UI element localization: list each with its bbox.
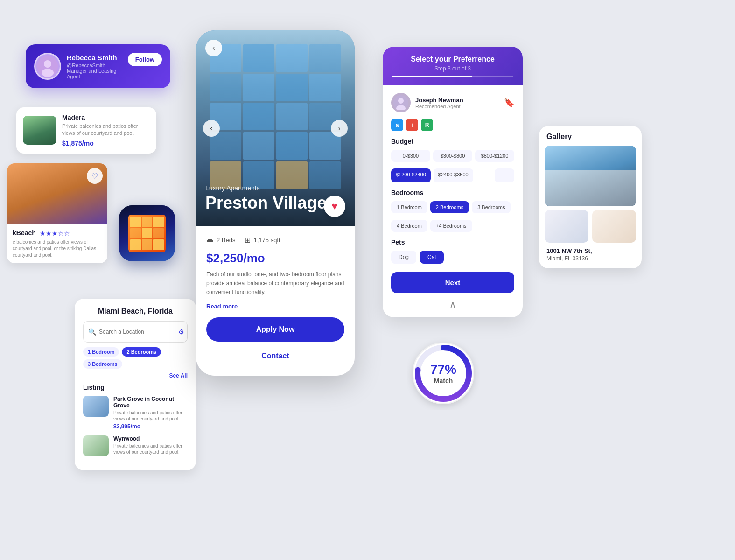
bed-icon: 🛏 (206, 236, 214, 245)
listing-image-2 (83, 435, 109, 456)
pet-dog[interactable]: Dog (391, 251, 416, 264)
madera-image (23, 116, 56, 145)
follow-button[interactable]: Follow (128, 53, 162, 66)
gallery-address: 1001 NW 7th St, (539, 243, 642, 254)
madera-text: Madera Private balconies and patios offe… (62, 114, 150, 147)
bedroom-option-2[interactable]: 2 Bedrooms (430, 201, 469, 213)
heart-button[interactable]: ♡ (87, 168, 103, 184)
listing-desc-2: Private balconies and patios offer views… (113, 443, 188, 455)
gallery-sub-images (539, 210, 642, 243)
listing-name-1: Park Grove in Coconut Grove (113, 396, 188, 409)
platform-i-icon: i (406, 119, 418, 131)
gallery-panel: Gallery 1001 NW 7th St, Miami, FL 33136 (539, 126, 642, 268)
agent-name: Rebecca Smith (67, 54, 122, 62)
miami-title: Miami Beach, Florida (83, 307, 188, 315)
gallery-city: Miami, FL 33136 (539, 255, 642, 262)
preference-header: Select your Preferrence Step 3 out of 3 (383, 47, 523, 85)
gallery-sub-image-1 (545, 210, 588, 243)
miami-search-bar[interactable]: 🔍 ⚙ (83, 321, 188, 343)
budget-grid: 0-$300 $300-$800 $800-$1200 (391, 150, 514, 162)
budget-option-4[interactable]: $1200-$2400 (391, 168, 431, 182)
search-input[interactable] (99, 329, 169, 335)
back-button[interactable]: ‹ (205, 40, 222, 56)
preference-step: Step 3 out of 3 (392, 65, 513, 72)
property-description: Each of our studio, one-, and two- bedro… (206, 270, 344, 297)
sqft-label: 1,175 sqft (253, 237, 280, 244)
beds-label: 2 Beds (217, 237, 235, 244)
miami-panel: Miami Beach, Florida 🔍 ⚙ 1 Bedroom 2 Bed… (75, 299, 196, 470)
budget-option-5[interactable]: $2400-$3500 (434, 168, 473, 182)
gallery-sub-image-2 (592, 210, 636, 243)
next-button[interactable]: › (331, 120, 348, 137)
main-phone: ‹ ‹ › Luxury Apartments Preston Village … (196, 30, 355, 376)
budget-option-2[interactable]: $300-$800 (433, 150, 472, 162)
preference-body: Joseph Newman Recomended Agent 🔖 a i R B… (383, 85, 523, 317)
budget-option-3[interactable]: $800-$1200 (475, 150, 514, 162)
preference-title: Select your Preferrence (392, 55, 513, 63)
phone-heart-button[interactable]: ♥ (324, 196, 345, 217)
read-more-link[interactable]: Read more (206, 303, 344, 310)
listing-info-1: Park Grove in Coconut Grove Private balc… (113, 396, 188, 430)
bedroom-options: 1 Bedroom 2 Bedrooms 3 Bedrooms (391, 201, 514, 213)
pets-options: Dog Cat (391, 251, 514, 264)
property-image: ♡ (7, 163, 107, 224)
property-description: e balconies and patios offer views of co… (13, 239, 102, 259)
agent-handle: @RebeccaSmith (67, 63, 122, 68)
monthly-price: $2,250/mo (206, 251, 344, 266)
bedroom-option-1[interactable]: 1 Bedroom (391, 201, 427, 213)
svg-point-1 (44, 60, 51, 68)
preference-panel: Select your Preferrence Step 3 out of 3 … (383, 47, 523, 317)
bookmark-icon[interactable]: 🔖 (504, 98, 514, 108)
listing-item-2[interactable]: Wynwood Private balconies and patios off… (83, 435, 188, 456)
spec-row: 🛏 2 Beds ⊞ 1,175 sqft (206, 236, 344, 245)
see-all-link[interactable]: See All (83, 372, 188, 379)
app-icon[interactable] (119, 205, 175, 261)
agent-row-name: Joseph Newman (415, 97, 463, 104)
pet-cat[interactable]: Cat (420, 251, 444, 264)
filter-icon[interactable]: ⚙ (178, 328, 184, 336)
budget-option-1[interactable]: 0-$300 (391, 150, 430, 162)
contact-button[interactable]: Contact (206, 348, 344, 364)
filter-3bedrooms[interactable]: 3 Bedrooms (83, 359, 122, 369)
progress-bar-container (392, 76, 513, 77)
agent-avatar (34, 53, 61, 80)
madera-title: Madera (62, 114, 150, 121)
apply-now-button[interactable]: Apply Now (206, 317, 344, 342)
pets-title: Pets (391, 238, 514, 246)
listing-price-1: $3,995/mo (113, 423, 188, 430)
platform-a-icon: a (391, 119, 403, 131)
bedroom-option-4[interactable]: 4 Bedroom (391, 220, 427, 232)
bedroom-option-3[interactable]: 3 Bedrooms (472, 201, 511, 213)
bedroom-filters: 1 Bedroom 2 Bedrooms 3 Bedrooms (83, 347, 188, 369)
platform-r-icon: R (421, 119, 433, 131)
bedrooms-title: Bedrooms (391, 189, 514, 196)
agent-thumbnail (391, 93, 411, 112)
agent-role: Manager and Leasing Agent (67, 68, 122, 79)
madera-card: Madera Private balconies and patios offe… (16, 107, 156, 154)
agent-row-role: Recomended Agent (415, 104, 463, 109)
search-icon: 🔍 (88, 328, 96, 336)
budget-option-6[interactable]: — (495, 168, 514, 182)
recommended-agent-row: Joseph Newman Recomended Agent 🔖 (391, 93, 514, 112)
bedroom-option-5[interactable]: +4 Bedrooms (430, 220, 472, 232)
filter-1bedroom[interactable]: 1 Bedroom (83, 347, 119, 357)
property-stars: ★★★☆☆ (40, 230, 70, 237)
gallery-title: Gallery (539, 126, 642, 146)
match-percent: 77% (430, 362, 456, 377)
filter-2bedrooms[interactable]: 2 Bedrooms (122, 347, 161, 357)
sqft-spec: ⊞ 1,175 sqft (245, 236, 280, 245)
svg-point-4 (398, 98, 404, 104)
prev-button[interactable]: ‹ (203, 120, 220, 137)
match-circle: 77% Match (406, 336, 481, 411)
collapse-icon[interactable]: ∧ (391, 299, 514, 310)
match-label: Match (430, 377, 456, 385)
gallery-main-image (545, 146, 636, 206)
next-button[interactable]: Next (391, 272, 514, 293)
phone-hero: ‹ ‹ › Luxury Apartments Preston Village … (196, 30, 355, 226)
listing-image-1 (83, 396, 109, 417)
property-card-left: ♡ kBeach ★★★☆☆ e balconies and patios of… (7, 163, 107, 263)
listing-item[interactable]: Park Grove in Coconut Grove Private balc… (83, 396, 188, 430)
listing-desc-1: Private balconies and patios offer views… (113, 410, 188, 422)
listing-name-2: Wynwood (113, 435, 188, 442)
property-name: kBeach (13, 229, 36, 237)
